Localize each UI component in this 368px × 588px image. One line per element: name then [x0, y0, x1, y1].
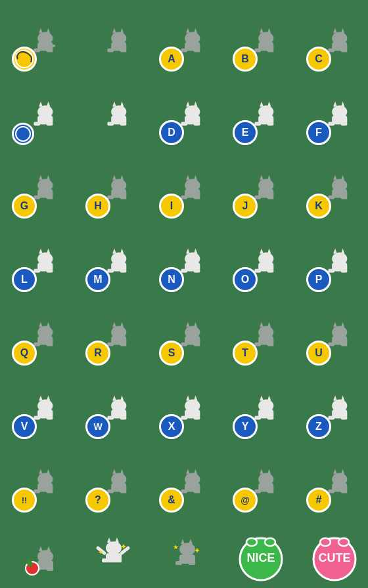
svg-marker-109	[186, 249, 190, 254]
svg-marker-121	[333, 249, 337, 254]
sticker-cell[interactable]: K	[298, 154, 368, 227]
svg-marker-103	[112, 249, 116, 254]
svg-point-240	[338, 538, 349, 546]
sticker-cell[interactable]	[77, 80, 150, 154]
svg-marker-44	[120, 102, 124, 107]
letter-badge-g: G	[12, 194, 37, 219]
svg-marker-79	[186, 175, 190, 180]
svg-marker-199	[186, 469, 190, 474]
sticker-cell[interactable]: D	[150, 80, 224, 154]
sticker-cell[interactable]: Q	[3, 301, 77, 374]
svg-rect-6	[37, 45, 55, 47]
svg-rect-42	[120, 122, 127, 126]
svg-rect-102	[120, 269, 127, 273]
sticker-cell[interactable]: W	[77, 374, 150, 448]
svg-rect-210	[341, 490, 348, 494]
svg-marker-175	[260, 396, 264, 401]
sticker-cell[interactable]: E	[224, 80, 298, 154]
svg-marker-226	[115, 537, 119, 543]
sticker-cell[interactable]: #	[298, 448, 368, 521]
svg-rect-23	[267, 49, 274, 52]
svg-rect-10	[107, 49, 114, 52]
letter-badge-e: E	[233, 120, 258, 145]
sticker-cell-dancing[interactable]: ✦ ✦	[77, 521, 150, 588]
letter-badge-n: N	[159, 267, 184, 292]
letter-badge-w: W	[85, 414, 110, 439]
svg-marker-225	[107, 537, 111, 543]
letter-badge-t: T	[233, 341, 258, 366]
letter-badge-u: U	[306, 341, 331, 366]
svg-marker-187	[39, 469, 43, 474]
svg-rect-198	[194, 490, 200, 494]
sticker-cell[interactable]: H	[77, 154, 150, 227]
sticker-cell[interactable]	[3, 80, 77, 154]
svg-marker-19	[194, 28, 198, 33]
star-icon: ★	[173, 543, 179, 551]
star-icon: ✦	[98, 549, 103, 556]
svg-rect-90	[341, 196, 348, 200]
svg-marker-176	[267, 396, 271, 401]
sticker-cell[interactable]: B	[224, 7, 298, 80]
sticker-cell[interactable]: S	[150, 301, 224, 374]
sticker-cell-monkey[interactable]: ✦ ★	[150, 521, 224, 588]
svg-marker-194	[120, 469, 124, 474]
cat-white-dancing-icon: ✦ ✦	[93, 535, 135, 581]
svg-rect-48	[194, 122, 200, 126]
svg-rect-54	[267, 122, 274, 126]
svg-marker-67	[39, 175, 43, 180]
svg-marker-104	[120, 249, 124, 254]
svg-marker-134	[120, 322, 124, 327]
sticker-cell[interactable]: J	[224, 154, 298, 227]
svg-rect-150	[341, 343, 348, 346]
letter-badge-exclaim: !!	[12, 488, 37, 513]
sticker-cell[interactable]: R	[77, 301, 150, 374]
tomato-icon	[20, 537, 60, 579]
svg-marker-169	[186, 396, 190, 401]
letter-badge-at: @	[233, 488, 258, 513]
sticker-cell[interactable]: &	[150, 448, 224, 521]
sticker-cell[interactable]: A	[150, 7, 224, 80]
sticker-cell[interactable]: N	[150, 227, 224, 301]
svg-rect-96	[47, 269, 53, 273]
sticker-grid: A B	[0, 0, 368, 588]
svg-marker-12	[112, 28, 116, 33]
blue-ball-badge	[12, 123, 34, 145]
sticker-cell[interactable]: ?	[77, 448, 150, 521]
svg-point-237	[265, 538, 275, 546]
svg-marker-85	[260, 175, 264, 180]
svg-marker-31	[341, 28, 345, 33]
sticker-cell-tomato[interactable]	[3, 521, 77, 588]
sticker-cell[interactable]: O	[224, 227, 298, 301]
sticker-cell[interactable]: C	[298, 7, 368, 80]
svg-marker-116	[267, 249, 271, 254]
svg-marker-181	[333, 396, 337, 401]
svg-marker-233	[181, 539, 185, 544]
sticker-cell[interactable]: G	[3, 154, 77, 227]
sticker-cell[interactable]: L	[3, 227, 77, 301]
svg-rect-72	[120, 196, 127, 200]
svg-marker-139	[186, 322, 190, 327]
svg-marker-218	[47, 546, 51, 551]
sticker-cell[interactable]: !!	[3, 448, 77, 521]
sticker-cell[interactable]: Y	[224, 374, 298, 448]
svg-rect-174	[267, 416, 274, 420]
sticker-cell-cute[interactable]: CUTE	[298, 521, 368, 588]
sticker-cell[interactable]: M	[77, 227, 150, 301]
svg-marker-91	[333, 175, 337, 180]
svg-rect-192	[120, 490, 127, 494]
sticker-cell[interactable]: I	[150, 154, 224, 227]
sticker-cell[interactable]: @	[224, 448, 298, 521]
svg-marker-152	[341, 322, 345, 327]
sticker-cell[interactable]: Z	[298, 374, 368, 448]
sticker-cell[interactable]: P	[298, 227, 368, 301]
sticker-cell[interactable]: V	[3, 374, 77, 448]
sticker-cell[interactable]: F	[298, 80, 368, 154]
sticker-cell[interactable]: T	[224, 301, 298, 374]
sticker-cell[interactable]	[3, 7, 77, 80]
sticker-cell[interactable]: U	[298, 301, 368, 374]
sticker-cell[interactable]	[77, 7, 150, 80]
cute-label: CUTE	[319, 551, 351, 565]
sticker-cell-nice[interactable]: NICE	[224, 521, 298, 588]
sticker-cell[interactable]: X	[150, 374, 224, 448]
svg-marker-211	[333, 469, 337, 474]
